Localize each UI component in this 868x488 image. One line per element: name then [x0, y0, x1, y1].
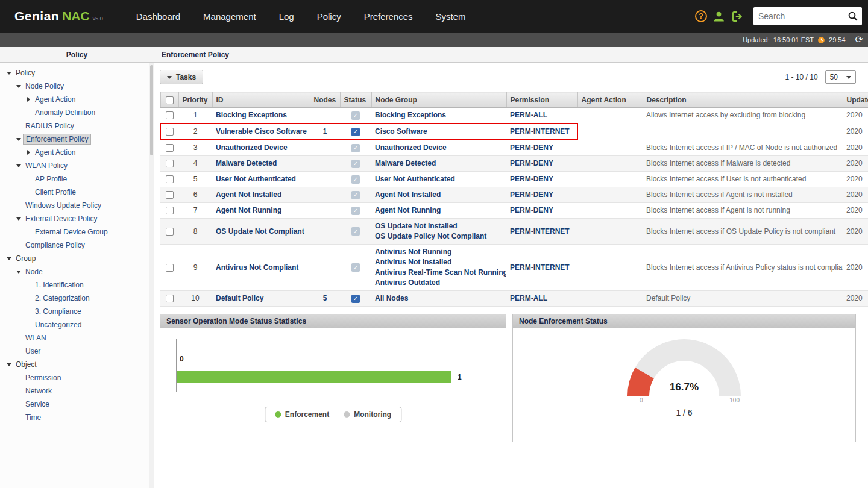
status-checkbox[interactable]: ✓ [351, 295, 360, 303]
col-header-nodes[interactable]: Nodes [310, 92, 340, 108]
node-group-link[interactable]: Antivirus Not Installed [375, 258, 451, 266]
tree-item-ap-profile[interactable]: AP Profile [0, 172, 154, 186]
tree-item-agent-action[interactable]: Agent Action [0, 146, 154, 159]
tree-item-agent-action[interactable]: Agent Action [0, 93, 154, 106]
permission-link[interactable]: PERM-INTERNET [510, 127, 570, 136]
row-select-checkbox[interactable] [166, 160, 174, 167]
node-group-link[interactable]: Malware Detected [375, 159, 436, 167]
policy-id-link[interactable]: Antivirus Not Compliant [216, 263, 298, 272]
permission-link[interactable]: PERM-ALL [510, 111, 547, 119]
tree-item-group[interactable]: Group [0, 252, 154, 265]
row-select-checkbox[interactable] [166, 191, 174, 199]
nodes-count-link[interactable]: 1 [323, 127, 327, 136]
nav-item-policy[interactable]: Policy [306, 11, 353, 22]
tree-item-node[interactable]: Node [0, 265, 154, 278]
col-header-permission[interactable]: Permission [506, 92, 577, 108]
policy-id-link[interactable]: Malware Detected [216, 159, 277, 167]
row-select-checkbox[interactable] [166, 295, 174, 302]
row-select-checkbox[interactable] [166, 207, 174, 214]
page-size-select[interactable]: 50 [825, 70, 856, 84]
node-group-link[interactable]: Cisco Software [375, 127, 427, 136]
node-group-link[interactable]: Blocking Exceptions [375, 111, 446, 119]
permission-link[interactable]: PERM-DENY [510, 190, 553, 199]
row-select-checkbox[interactable] [166, 144, 174, 152]
tree-down-arrow-icon[interactable] [5, 361, 13, 369]
node-group-link[interactable]: Antivirus Real-Time Scan Not Running [375, 268, 506, 277]
tree-item-external-device-policy[interactable]: External Device Policy [0, 212, 154, 225]
permission-link[interactable]: PERM-DENY [510, 159, 553, 167]
tree-item-permission[interactable]: Permission [0, 371, 154, 384]
col-header-status[interactable]: Status [340, 92, 371, 108]
tree-item-windows-update-policy[interactable]: Windows Update Policy [0, 199, 154, 212]
policy-id-link[interactable]: Agent Not Running [216, 206, 281, 214]
tree-item-2-categorization[interactable]: 2. Categorization [0, 292, 154, 305]
node-group-link[interactable]: OS Update Policy Not Compliant [375, 232, 486, 240]
tree-item-compliance-policy[interactable]: Compliance Policy [0, 239, 154, 252]
nav-item-preferences[interactable]: Preferences [353, 11, 424, 22]
search-icon[interactable] [848, 11, 858, 22]
select-all-checkbox[interactable] [166, 96, 174, 104]
permission-link[interactable]: PERM-INTERNET [510, 263, 570, 272]
row-select-checkbox[interactable] [166, 128, 174, 136]
tree-item-network[interactable]: Network [0, 384, 154, 398]
node-group-link[interactable]: Agent Not Installed [375, 190, 441, 199]
policy-id-link[interactable]: User Not Authenticated [216, 175, 296, 183]
tree-item-1-identification[interactable]: 1. Identification [0, 278, 154, 292]
permission-link[interactable]: PERM-DENY [510, 175, 553, 183]
policy-id-link[interactable]: Blocking Exceptions [216, 111, 287, 119]
nav-item-log[interactable]: Log [268, 11, 306, 22]
col-header-agent_action[interactable]: Agent Action [577, 92, 643, 108]
tree-item-3-compliance[interactable]: 3. Compliance [0, 305, 154, 318]
refresh-icon[interactable]: ⟳ [855, 35, 863, 45]
tree-item-wlan[interactable]: WLAN [0, 331, 154, 345]
row-select-checkbox[interactable] [166, 228, 174, 236]
nav-item-system[interactable]: System [424, 11, 477, 22]
node-group-link[interactable]: Agent Not Running [375, 206, 441, 214]
tree-down-arrow-icon[interactable] [14, 215, 23, 223]
nodes-count-link[interactable]: 5 [323, 294, 327, 302]
policy-id-link[interactable]: Vulnerable Cisco Software [216, 127, 307, 136]
nav-item-management[interactable]: Management [192, 11, 268, 22]
row-select-checkbox[interactable] [166, 111, 174, 119]
status-checkbox[interactable]: ✓ [351, 128, 360, 136]
logout-icon[interactable] [731, 10, 743, 23]
tree-right-arrow-icon[interactable] [24, 97, 33, 102]
permission-link[interactable]: PERM-DENY [510, 143, 553, 152]
tree-item-external-device-group[interactable]: External Device Group [0, 225, 154, 239]
node-group-link[interactable]: Antivirus Not Running [375, 248, 451, 256]
tree-item-enforcement-policy[interactable]: Enforcement Policy [0, 133, 154, 146]
legend-item-monitoring[interactable]: Monitoring [344, 410, 391, 419]
row-select-checkbox[interactable] [166, 264, 174, 272]
row-select-checkbox[interactable] [166, 175, 174, 183]
tree-down-arrow-icon[interactable] [5, 69, 13, 77]
tree-down-arrow-icon[interactable] [14, 162, 23, 170]
search-input[interactable] [758, 11, 848, 21]
tree-right-arrow-icon[interactable] [24, 150, 33, 155]
tree-item-wlan-policy[interactable]: WLAN Policy [0, 159, 154, 172]
col-header-updated[interactable]: Updated [843, 92, 868, 108]
policy-id-link[interactable]: Unauthorized Device [216, 143, 288, 152]
tasks-button[interactable]: Tasks [160, 70, 203, 84]
permission-link[interactable]: PERM-ALL [510, 294, 547, 302]
tree-item-radius-policy[interactable]: RADIUS Policy [0, 119, 154, 133]
sidebar-scrollbar-thumb[interactable] [150, 65, 153, 155]
node-group-link[interactable]: User Not Authenticated [375, 175, 455, 183]
node-group-link[interactable]: Antivirus Outdated [375, 278, 440, 287]
tree-item-node-policy[interactable]: Node Policy [0, 80, 154, 93]
tree-down-arrow-icon[interactable] [14, 136, 23, 143]
col-header-node_group[interactable]: Node Group [371, 92, 506, 108]
tree-item-user[interactable]: User [0, 345, 154, 358]
nav-item-dashboard[interactable]: Dashboard [125, 11, 192, 22]
policy-id-link[interactable]: Agent Not Installed [216, 190, 281, 199]
tree-item-object[interactable]: Object [0, 358, 154, 371]
brand-logo[interactable]: Genian NAC v5.0 [14, 9, 103, 23]
node-group-link[interactable]: All Nodes [375, 294, 408, 302]
user-icon[interactable] [712, 10, 725, 23]
tree-item-uncategorized[interactable]: Uncategorized [0, 318, 154, 331]
col-header-description[interactable]: Description [643, 92, 843, 108]
node-group-link[interactable]: Unauthorized Device [375, 143, 447, 152]
tree-down-arrow-icon[interactable] [5, 255, 13, 263]
tree-item-time[interactable]: Time [0, 411, 154, 424]
permission-link[interactable]: PERM-INTERNET [510, 227, 570, 236]
tree-item-service[interactable]: Service [0, 398, 154, 411]
